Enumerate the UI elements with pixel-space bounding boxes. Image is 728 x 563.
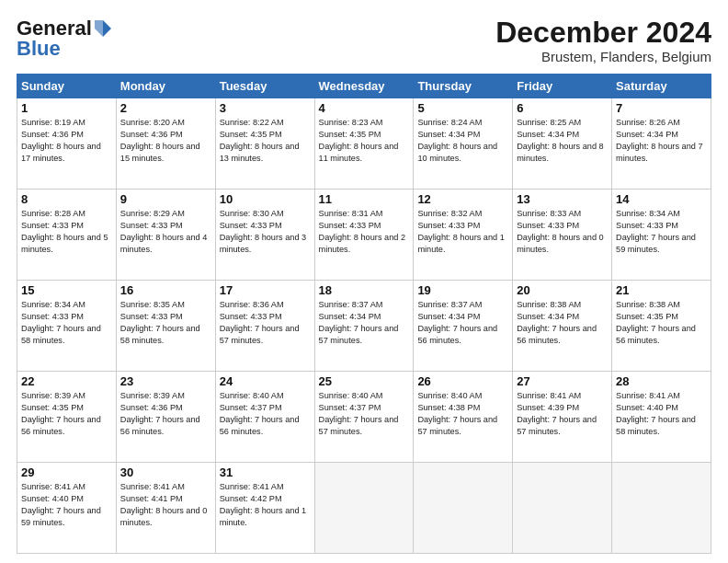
day-6: 6 Sunrise: 8:25 AMSunset: 4:34 PMDayligh… bbox=[513, 98, 612, 190]
day-28: 28 Sunrise: 8:41 AMSunset: 4:40 PMDaylig… bbox=[612, 372, 711, 463]
day-10: 10 Sunrise: 8:30 AMSunset: 4:33 PMDaylig… bbox=[215, 190, 314, 281]
col-tuesday: Tuesday bbox=[215, 75, 314, 98]
day-22: 22 Sunrise: 8:39 AMSunset: 4:35 PMDaylig… bbox=[17, 372, 117, 463]
svg-marker-1 bbox=[95, 20, 103, 37]
page: General Blue December 2024 Brustem, Flan… bbox=[0, 0, 728, 563]
day-16: 16 Sunrise: 8:35 AMSunset: 4:33 PMDaylig… bbox=[116, 281, 215, 372]
month-title: December 2024 bbox=[495, 17, 711, 49]
logo-blue: Blue bbox=[17, 37, 61, 61]
day-29: 29 Sunrise: 8:41 AMSunset: 4:40 PMDaylig… bbox=[17, 463, 117, 554]
day-18: 18 Sunrise: 8:37 AMSunset: 4:34 PMDaylig… bbox=[314, 281, 414, 372]
day-20: 20 Sunrise: 8:38 AMSunset: 4:34 PMDaylig… bbox=[513, 281, 612, 372]
day-25: 25 Sunrise: 8:40 AMSunset: 4:37 PMDaylig… bbox=[314, 372, 414, 463]
day-30: 30 Sunrise: 8:41 AMSunset: 4:41 PMDaylig… bbox=[116, 463, 215, 554]
day-7: 7 Sunrise: 8:26 AMSunset: 4:34 PMDayligh… bbox=[612, 98, 711, 190]
empty-cell-4 bbox=[612, 463, 711, 554]
col-sunday: Sunday bbox=[17, 75, 117, 98]
svg-marker-0 bbox=[103, 20, 111, 37]
week-row-2: 8 Sunrise: 8:28 AMSunset: 4:33 PMDayligh… bbox=[17, 190, 711, 281]
day-1: 1 Sunrise: 8:19 AMSunset: 4:36 PMDayligh… bbox=[17, 98, 117, 190]
col-monday: Monday bbox=[116, 75, 215, 98]
day-8: 8 Sunrise: 8:28 AMSunset: 4:33 PMDayligh… bbox=[17, 190, 117, 281]
empty-cell-1 bbox=[314, 463, 414, 554]
week-row-3: 15 Sunrise: 8:34 AMSunset: 4:33 PMDaylig… bbox=[17, 281, 711, 372]
day-21: 21 Sunrise: 8:38 AMSunset: 4:35 PMDaylig… bbox=[612, 281, 711, 372]
week-row-1: 1 Sunrise: 8:19 AMSunset: 4:36 PMDayligh… bbox=[17, 98, 711, 190]
day-24: 24 Sunrise: 8:40 AMSunset: 4:37 PMDaylig… bbox=[215, 372, 314, 463]
empty-cell-3 bbox=[513, 463, 612, 554]
day-31: 31 Sunrise: 8:41 AMSunset: 4:42 PMDaylig… bbox=[215, 463, 314, 554]
day-11: 11 Sunrise: 8:31 AMSunset: 4:33 PMDaylig… bbox=[314, 190, 414, 281]
day-2: 2 Sunrise: 8:20 AMSunset: 4:36 PMDayligh… bbox=[116, 98, 215, 190]
week-row-4: 22 Sunrise: 8:39 AMSunset: 4:35 PMDaylig… bbox=[17, 372, 711, 463]
day-19: 19 Sunrise: 8:37 AMSunset: 4:34 PMDaylig… bbox=[414, 281, 513, 372]
calendar-header-row: Sunday Monday Tuesday Wednesday Thursday… bbox=[17, 75, 711, 98]
header: General Blue December 2024 Brustem, Flan… bbox=[17, 17, 711, 64]
col-wednesday: Wednesday bbox=[314, 75, 414, 98]
day-14: 14 Sunrise: 8:34 AMSunset: 4:33 PMDaylig… bbox=[612, 190, 711, 281]
day-26: 26 Sunrise: 8:40 AMSunset: 4:38 PMDaylig… bbox=[414, 372, 513, 463]
day-27: 27 Sunrise: 8:41 AMSunset: 4:39 PMDaylig… bbox=[513, 372, 612, 463]
day-3: 3 Sunrise: 8:22 AMSunset: 4:35 PMDayligh… bbox=[215, 98, 314, 190]
day-17: 17 Sunrise: 8:36 AMSunset: 4:33 PMDaylig… bbox=[215, 281, 314, 372]
day-9: 9 Sunrise: 8:29 AMSunset: 4:33 PMDayligh… bbox=[116, 190, 215, 281]
logo-flag-icon bbox=[93, 18, 113, 39]
empty-cell-2 bbox=[414, 463, 513, 554]
title-area: December 2024 Brustem, Flanders, Belgium bbox=[495, 17, 711, 64]
day-12: 12 Sunrise: 8:32 AMSunset: 4:33 PMDaylig… bbox=[414, 190, 513, 281]
week-row-5: 29 Sunrise: 8:41 AMSunset: 4:40 PMDaylig… bbox=[17, 463, 711, 554]
location-subtitle: Brustem, Flanders, Belgium bbox=[495, 49, 711, 64]
calendar-table: Sunday Monday Tuesday Wednesday Thursday… bbox=[17, 74, 711, 554]
day-13: 13 Sunrise: 8:33 AMSunset: 4:33 PMDaylig… bbox=[513, 190, 612, 281]
day-5: 5 Sunrise: 8:24 AMSunset: 4:34 PMDayligh… bbox=[414, 98, 513, 190]
col-friday: Friday bbox=[513, 75, 612, 98]
day-15: 15 Sunrise: 8:34 AMSunset: 4:33 PMDaylig… bbox=[17, 281, 117, 372]
col-thursday: Thursday bbox=[414, 75, 513, 98]
col-saturday: Saturday bbox=[612, 75, 711, 98]
day-23: 23 Sunrise: 8:39 AMSunset: 4:36 PMDaylig… bbox=[116, 372, 215, 463]
day-4: 4 Sunrise: 8:23 AMSunset: 4:35 PMDayligh… bbox=[314, 98, 414, 190]
logo: General Blue bbox=[17, 17, 113, 61]
